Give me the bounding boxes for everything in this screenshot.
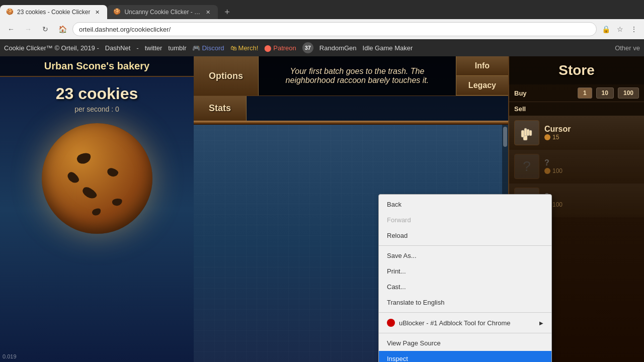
menu-separator-1 <box>379 245 551 246</box>
menu-item-ublocker[interactable]: uBlocker - #1 Adblock Tool for Chrome ▶ <box>379 315 551 331</box>
translate-label: Translate to English <box>387 299 444 306</box>
ublocker-icon <box>387 319 395 327</box>
menu-item-translate[interactable]: Translate to English <box>379 295 551 310</box>
reload-label: Reload <box>387 232 408 239</box>
menu-item-print[interactable]: Print... <box>379 263 551 279</box>
menu-item-view-source[interactable]: View Page Source <box>379 335 551 351</box>
save-as-label: Save As... <box>387 252 417 259</box>
menu-item-forward: Forward <box>379 212 551 228</box>
ublocker-arrow: ▶ <box>539 320 543 326</box>
context-menu-overlay[interactable]: Back Forward Reload Save As... Print... … <box>0 0 644 362</box>
view-source-label: View Page Source <box>387 339 441 347</box>
menu-item-cast[interactable]: Cast... <box>379 279 551 295</box>
context-menu: Back Forward Reload Save As... Print... … <box>378 194 552 362</box>
menu-item-reload[interactable]: Reload <box>379 228 551 243</box>
inspect-label: Inspect <box>387 355 408 362</box>
forward-label: Forward <box>387 216 411 224</box>
menu-separator-3 <box>379 333 551 333</box>
ublocker-row: uBlocker - #1 Adblock Tool for Chrome <box>387 319 511 327</box>
cast-label: Cast... <box>387 283 406 291</box>
menu-separator-2 <box>379 312 551 313</box>
ublocker-label: uBlocker - #1 Adblock Tool for Chrome <box>399 319 511 327</box>
back-label: Back <box>387 201 401 208</box>
menu-item-save-as[interactable]: Save As... <box>379 248 551 263</box>
print-label: Print... <box>387 267 406 275</box>
menu-item-inspect[interactable]: Inspect <box>379 351 551 362</box>
menu-item-back[interactable]: Back <box>379 197 551 212</box>
